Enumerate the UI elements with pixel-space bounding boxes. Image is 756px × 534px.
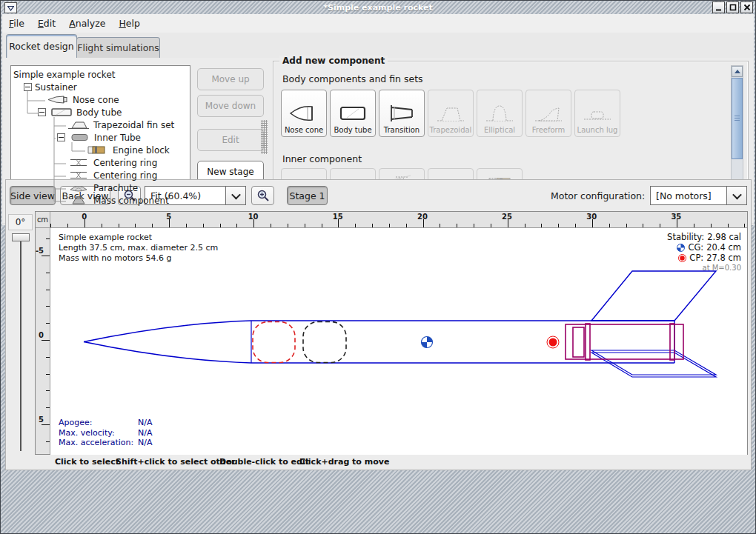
body-tube-icon (336, 102, 369, 124)
add-freeform-fin-button[interactable]: Freeform (525, 90, 571, 137)
hint-shift-click: Shift+click to select other (116, 457, 236, 467)
splitter-handle-vertical[interactable] (261, 120, 268, 154)
scrollbar-thumb[interactable] (732, 78, 743, 159)
ruler-tick (46, 306, 50, 307)
menu-analyze[interactable]: Analyze (62, 16, 112, 31)
ruler-tick (46, 407, 50, 408)
add-body-tube-button[interactable]: Body tube (330, 90, 376, 137)
ruler-tick (288, 224, 288, 227)
ruler-tick (186, 224, 187, 227)
centering-ring-icon (67, 170, 90, 180)
tree-item-inner-tube[interactable]: Inner Tube (11, 131, 190, 144)
ruler-tick (42, 256, 50, 256)
engine-block-icon (87, 145, 109, 155)
ruler-tick (491, 224, 491, 227)
motor-configuration-value: [No motors] (651, 190, 726, 201)
add-trapezoidal-fin-button[interactable]: Trapezoidal (428, 90, 474, 137)
ruler-tick (406, 224, 407, 227)
tree-item-engine-block[interactable]: Engine block (11, 144, 190, 156)
ruler-tick (660, 224, 660, 227)
add-launch-lug-button[interactable]: Launch lug (574, 90, 620, 137)
minimize-icon (715, 4, 722, 11)
ruler-tick (203, 224, 204, 227)
ruler-label: -5 (36, 247, 44, 255)
ruler-tick (46, 238, 50, 239)
body-components-label: Body components and fin sets (282, 73, 423, 84)
menu-edit[interactable]: Edit (31, 16, 62, 31)
tree-item-rocket[interactable]: Simple example rocket (11, 68, 190, 81)
body-tube-icon (50, 107, 73, 117)
mass-component-icon (67, 196, 90, 205)
dropdown-button[interactable] (726, 187, 746, 204)
title-bar[interactable]: *Simple example rocket (2, 1, 754, 14)
motor-configuration-select[interactable]: [No motors] (650, 186, 747, 205)
stage-1-toggle[interactable]: Stage 1 (287, 186, 328, 205)
apogee-row: Apogee:N/A (59, 418, 152, 428)
collapse-toggle-icon[interactable] (38, 108, 46, 116)
ruler-tick (135, 224, 136, 227)
tree-item-centering-ring-1[interactable]: Centering ring (11, 156, 190, 169)
add-transition-button[interactable]: Transition (379, 90, 425, 137)
minimize-button[interactable] (712, 1, 725, 13)
triangle-down-icon (7, 5, 14, 11)
ruler-tick (728, 224, 729, 227)
tree-item-sustainer[interactable]: Sustainer (11, 81, 190, 93)
move-down-button[interactable]: Move down (197, 95, 264, 117)
menu-file[interactable]: File (2, 16, 31, 31)
cp-marker (547, 336, 559, 348)
ruler-tick (46, 290, 50, 290)
nose-cone-icon (47, 95, 69, 104)
tree-item-parachute[interactable]: Parachute (11, 181, 190, 194)
cp-row: CP:27.8 cm (667, 253, 741, 263)
add-elliptical-fin-button[interactable]: Elliptical (477, 90, 523, 137)
trapezoidal-fin-icon (67, 120, 90, 130)
close-button[interactable] (740, 1, 753, 13)
inner-tube-icon (70, 133, 90, 142)
ruler-label: 25 (502, 213, 512, 221)
scroll-up-button[interactable] (732, 66, 743, 77)
ruler-tick (236, 224, 237, 227)
rocket-canvas[interactable]: Simple example rocket Length 37.5 cm, ma… (50, 228, 747, 455)
ruler-tick (42, 424, 50, 425)
close-icon (743, 4, 751, 11)
system-menu-icon[interactable] (4, 2, 17, 13)
stability-row: Stability:2.98 cal (667, 232, 741, 242)
flight-data-block: Apogee:N/A Max. velocity:N/A Max. accele… (59, 418, 152, 448)
edit-button[interactable]: Edit (197, 129, 264, 151)
dropdown-button[interactable] (225, 187, 245, 204)
collapse-toggle-icon[interactable] (24, 83, 32, 91)
rocket-mass: Mass with no motors 54.6 g (59, 253, 218, 264)
tree-item-body-tube[interactable]: Body tube (11, 106, 190, 119)
component-tree[interactable]: Simple example rocket Sustainer Nose con… (10, 65, 190, 221)
tree-item-nose-cone[interactable]: Nose cone (11, 93, 190, 106)
tab-flight-simulations[interactable]: Flight simulations (76, 37, 160, 58)
tab-strip: Rocket design Flight simulations (2, 33, 754, 58)
tab-rocket-design[interactable]: Rocket design (6, 34, 77, 58)
ruler-tick (220, 224, 221, 227)
ruler-tick (46, 374, 50, 375)
rocket-name: Simple example rocket (59, 233, 218, 243)
maximize-button[interactable] (726, 1, 739, 13)
tree-item-mass-component[interactable]: Mass component (11, 194, 190, 207)
ruler-label: 5 (39, 415, 44, 424)
move-up-button[interactable]: Move up (197, 68, 264, 90)
ruler-tick (152, 224, 153, 227)
rotation-slider-track[interactable] (20, 238, 21, 451)
ruler-tick (575, 224, 576, 227)
add-nose-cone-button[interactable]: Nose cone (281, 90, 327, 137)
zoom-in-button[interactable] (251, 186, 274, 205)
tree-item-trapezoidal-fin-set[interactable]: Trapezoidal fin set (11, 119, 190, 131)
figure-frame: cm 05101520253035 -505 (35, 211, 748, 455)
menu-help[interactable]: Help (112, 16, 147, 31)
tree-item-centering-ring-2[interactable]: Centering ring (11, 169, 190, 181)
cg-row: CG:20.4 cm (667, 242, 741, 253)
ruler-tick (389, 224, 390, 227)
cp-symbol-icon (678, 254, 686, 262)
collapse-toggle-icon[interactable] (57, 133, 65, 141)
menu-bar: File Edit Analyze Help (2, 14, 754, 33)
ruler-label: 10 (248, 213, 259, 221)
add-component-title: Add new component (279, 56, 388, 66)
rotation-slider-thumb[interactable] (12, 233, 30, 241)
ruler-label: 15 (333, 213, 343, 221)
ruler-label: 0 (39, 331, 44, 339)
